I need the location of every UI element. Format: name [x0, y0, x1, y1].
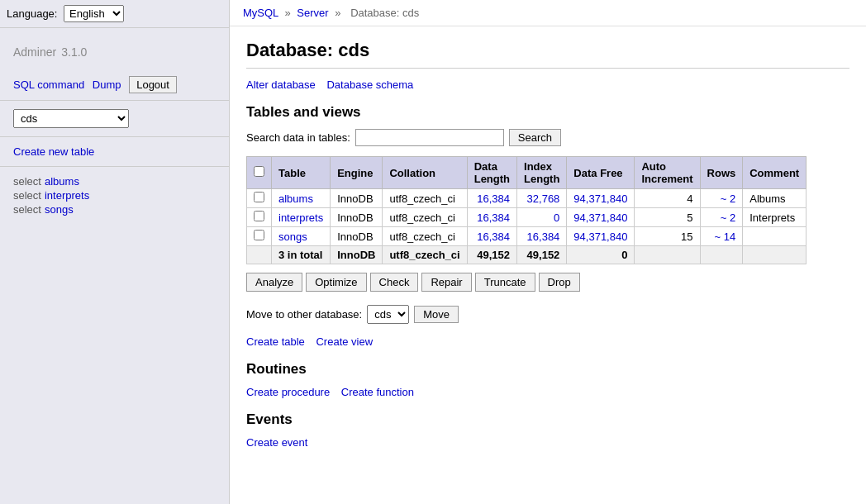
create-table-section: Create new table	[0, 137, 229, 167]
index-length-cell: 0	[517, 208, 567, 227]
select-all-checkbox[interactable]	[254, 166, 264, 177]
col-data-free: Data Free	[567, 157, 635, 189]
language-selector-row: Language: English Czech German French	[0, 0, 229, 28]
database-schema-link[interactable]: Database schema	[326, 78, 413, 91]
check-button[interactable]: Check	[370, 273, 419, 292]
index-length-cell: 32,768	[517, 189, 567, 208]
table-row: songs InnoDB utf8_czech_ci 16,384 16,384…	[247, 227, 807, 246]
data-length-cell: 16,384	[467, 227, 516, 246]
row-checkbox[interactable]	[254, 192, 264, 202]
total-engine: InnoDB	[331, 246, 383, 264]
dump-link[interactable]: Dump	[93, 78, 121, 91]
sidebar-tables-list: selectalbums selectinterprets selectsong…	[0, 167, 229, 226]
database-select[interactable]: cds	[13, 109, 129, 128]
create-event-link[interactable]: Create event	[246, 436, 307, 449]
table-link-songs[interactable]: songs	[278, 231, 307, 243]
search-button[interactable]: Search	[509, 129, 561, 146]
repair-button[interactable]: Repair	[421, 273, 471, 292]
alter-database-link[interactable]: Alter database	[246, 78, 316, 91]
routines-title: Routines	[246, 361, 849, 378]
action-buttons: Analyze Optimize Check Repair Truncate D…	[246, 273, 849, 292]
sql-command-link[interactable]: SQL command	[13, 78, 84, 91]
total-data-free: 0	[567, 246, 635, 264]
create-table-link[interactable]: Create table	[246, 335, 305, 348]
engine-cell: InnoDB	[331, 208, 383, 227]
logout-button[interactable]: Logout	[129, 76, 177, 93]
engine-cell: InnoDB	[331, 227, 383, 246]
comment-cell: Albums	[743, 189, 807, 208]
engine-cell: InnoDB	[331, 189, 383, 208]
data-free-cell: 94,371,840	[567, 227, 635, 246]
breadcrumb: MySQL » Server » Database: cds	[230, 0, 866, 26]
create-procedure-link[interactable]: Create procedure	[246, 386, 330, 398]
main-content-area: MySQL » Server » Database: cds Database:…	[230, 0, 866, 504]
total-index-length: 49,152	[517, 246, 567, 264]
routines-links: Create procedure Create function	[246, 386, 849, 398]
move-bar: Move to other database: cds Move	[246, 305, 849, 324]
breadcrumb-server[interactable]: Server	[297, 7, 328, 19]
rows-cell: ~ 2	[700, 208, 743, 227]
optimize-button[interactable]: Optimize	[306, 273, 366, 292]
breadcrumb-mysql[interactable]: MySQL	[243, 7, 278, 19]
create-new-table-link[interactable]: Create new table	[13, 145, 94, 158]
table-link-albums[interactable]: albums	[278, 193, 313, 205]
data-free-cell: 94,371,840	[567, 189, 635, 208]
col-rows: Rows	[700, 157, 743, 189]
page-title: Database: cds	[246, 40, 849, 69]
col-auto-increment: AutoIncrement	[635, 157, 700, 189]
create-function-link[interactable]: Create function	[341, 386, 414, 398]
drop-button[interactable]: Drop	[539, 273, 580, 292]
truncate-button[interactable]: Truncate	[475, 273, 535, 292]
main-content: Database: cds Alter database Database sc…	[230, 26, 866, 462]
move-label: Move to other database:	[246, 308, 362, 321]
col-data-length: DataLength	[467, 157, 516, 189]
col-comment: Comment	[743, 157, 807, 189]
col-checkbox	[247, 157, 272, 189]
total-row: 3 in total InnoDB utf8_czech_ci 49,152 4…	[247, 246, 807, 264]
col-engine: Engine	[331, 157, 383, 189]
data-free-cell: 94,371,840	[567, 208, 635, 227]
comment-cell	[743, 227, 807, 246]
collation-cell: utf8_czech_ci	[383, 208, 467, 227]
move-db-select[interactable]: cds	[367, 305, 409, 324]
search-input[interactable]	[355, 129, 504, 146]
col-index-length: IndexLength	[517, 157, 567, 189]
table-link-interprets[interactable]: interprets	[278, 212, 323, 224]
tables-views-title: Tables and views	[246, 104, 849, 121]
events-title: Events	[246, 411, 849, 428]
table-bottom-links: Create table Create view	[246, 335, 849, 348]
list-item: selectinterprets	[13, 189, 216, 202]
row-checkbox[interactable]	[254, 230, 264, 240]
total-data-length: 49,152	[467, 246, 516, 264]
row-checkbox[interactable]	[254, 211, 264, 221]
sidebar-item-interprets[interactable]: interprets	[45, 189, 89, 202]
rows-cell: ~ 14	[700, 227, 743, 246]
database-selector-row: cds	[0, 101, 229, 137]
total-collation: utf8_czech_ci	[383, 246, 467, 264]
table-row: interprets InnoDB utf8_czech_ci 16,384 0…	[247, 208, 807, 227]
db-links: Alter database Database schema	[246, 78, 849, 91]
sidebar-item-songs[interactable]: songs	[45, 203, 74, 216]
move-button[interactable]: Move	[414, 306, 459, 323]
total-label: 3 in total	[272, 246, 331, 264]
col-collation: Collation	[383, 157, 467, 189]
index-length-cell: 16,384	[517, 227, 567, 246]
tables-grid: Table Engine Collation DataLength IndexL…	[246, 156, 807, 264]
sidebar: Language: English Czech German French Ad…	[0, 0, 230, 504]
analyze-button[interactable]: Analyze	[246, 273, 302, 292]
language-select[interactable]: English Czech German French	[64, 5, 124, 22]
collation-cell: utf8_czech_ci	[383, 227, 467, 246]
create-view-link[interactable]: Create view	[316, 335, 373, 348]
auto-increment-cell: 15	[635, 227, 700, 246]
search-bar: Search data in tables: Search	[246, 129, 849, 146]
sidebar-item-albums[interactable]: albums	[45, 175, 79, 188]
sidebar-actions: SQL command Dump Logout	[0, 69, 229, 101]
data-length-cell: 16,384	[467, 208, 516, 227]
comment-cell: Interprets	[743, 208, 807, 227]
search-label: Search data in tables:	[246, 131, 350, 144]
collation-cell: utf8_czech_ci	[383, 189, 467, 208]
auto-increment-cell: 4	[635, 189, 700, 208]
app-title: Adminer 3.1.0	[0, 28, 229, 69]
auto-increment-cell: 5	[635, 208, 700, 227]
language-label: Language:	[7, 7, 57, 20]
